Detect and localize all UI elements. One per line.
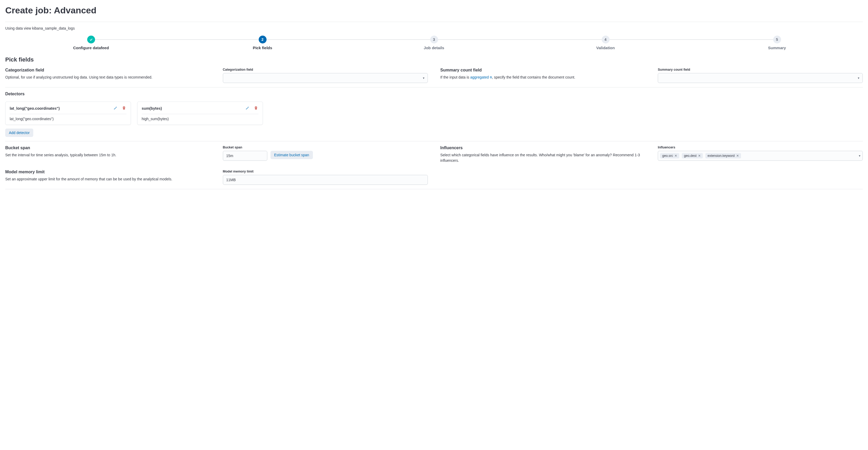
- remove-pill-icon[interactable]: ✕: [736, 154, 739, 158]
- influencers-combobox[interactable]: geo.src ✕ geo.dest ✕ extension.keyword ✕…: [658, 151, 863, 161]
- influencer-pill: extension.keyword ✕: [705, 153, 741, 158]
- delete-detector-button[interactable]: [122, 105, 126, 111]
- bucket-span-input[interactable]: [223, 151, 267, 161]
- influencers-desc: Select which categorical fields have inf…: [440, 152, 645, 163]
- categorization-title: Categorization field: [5, 68, 210, 72]
- step-circle-pending: 5: [773, 36, 781, 43]
- bucket-span-desc: Set the interval for time series analysi…: [5, 152, 210, 158]
- chevron-down-icon: ▾: [859, 154, 860, 158]
- detectors-title: Detectors: [5, 92, 863, 96]
- influencer-pill: geo.src ✕: [660, 153, 679, 158]
- chevron-down-icon: ▾: [423, 76, 425, 80]
- page-title: Create job: Advanced: [5, 5, 863, 15]
- step-label: Pick fields: [177, 45, 348, 50]
- summary-count-desc: If the input data is aggregated ⧉, speci…: [440, 75, 645, 80]
- pill-label: geo.src: [662, 154, 673, 158]
- remove-pill-icon[interactable]: ✕: [675, 154, 677, 158]
- detector-body: high_sum(bytes): [142, 117, 258, 121]
- influencers-title: Influencers: [440, 146, 645, 150]
- summary-count-desc-suffix: , specify the field that contains the do…: [492, 75, 575, 79]
- summary-count-desc-prefix: If the input data is: [440, 75, 470, 79]
- detector-body: lat_long("geo.coordinates"): [10, 117, 126, 121]
- delete-detector-button[interactable]: [253, 105, 258, 111]
- add-detector-button[interactable]: Add detector: [5, 129, 33, 137]
- step-job-details[interactable]: 3 Job details: [348, 36, 520, 50]
- influencers-label: Influencers: [658, 146, 863, 149]
- pill-label: geo.dest: [684, 154, 696, 158]
- detector-title: lat_long("geo.coordinates"): [10, 106, 60, 110]
- model-memory-label: Model memory limit: [223, 170, 428, 173]
- step-validation[interactable]: 4 Validation: [520, 36, 691, 50]
- divider: [5, 87, 863, 88]
- detector-card: lat_long("geo.coordinates") lat_long("ge…: [5, 102, 131, 125]
- detector-title: sum(bytes): [142, 106, 162, 110]
- section-heading: Pick fields: [5, 56, 863, 63]
- step-summary[interactable]: 5 Summary: [691, 36, 863, 50]
- model-memory-desc: Set an approximate upper limit for the a…: [5, 176, 210, 182]
- summary-count-title: Summary count field: [440, 68, 645, 72]
- summary-count-field-label: Summary count field: [658, 68, 863, 71]
- categorization-desc: Optional, for use if analyzing unstructu…: [5, 75, 210, 80]
- external-link-icon: ⧉: [490, 76, 492, 79]
- step-circle-pending: 3: [430, 36, 438, 43]
- edit-detector-button[interactable]: [245, 105, 250, 111]
- categorization-field-select[interactable]: ▾: [223, 73, 428, 83]
- divider: [5, 141, 863, 141]
- step-configure-datafeed[interactable]: Configure datafeed: [5, 36, 177, 50]
- influencer-pill: geo.dest ✕: [682, 153, 703, 158]
- trash-icon: [122, 106, 126, 110]
- bucket-span-label: Bucket span: [223, 146, 428, 149]
- trash-icon: [254, 106, 258, 110]
- bucket-span-title: Bucket span: [5, 146, 210, 150]
- edit-detector-button[interactable]: [113, 105, 118, 111]
- detectors-list: lat_long("geo.coordinates") lat_long("ge…: [5, 102, 863, 125]
- detector-card: sum(bytes) high_sum(bytes): [137, 102, 263, 125]
- step-label: Summary: [691, 45, 863, 50]
- step-circle-pending: 4: [602, 36, 610, 43]
- chevron-down-icon: ▾: [858, 76, 859, 80]
- aggregated-link[interactable]: aggregated ⧉: [470, 75, 492, 79]
- aggregated-link-text: aggregated: [470, 75, 489, 79]
- estimate-bucket-span-button[interactable]: Estimate bucket span: [271, 151, 313, 159]
- categorization-field-label: Categorization field: [223, 68, 428, 71]
- pencil-icon: [245, 106, 249, 110]
- step-circle-completed: [87, 36, 95, 43]
- pill-label: extension.keyword: [708, 154, 735, 158]
- step-label: Validation: [520, 45, 691, 50]
- model-memory-title: Model memory limit: [5, 170, 210, 174]
- remove-pill-icon[interactable]: ✕: [698, 154, 701, 158]
- check-icon: [89, 38, 93, 41]
- data-view-info: Using data view kibana_sample_data_logs: [5, 26, 863, 30]
- summary-count-field-select[interactable]: ▾: [658, 73, 863, 83]
- pencil-icon: [113, 106, 117, 110]
- step-label: Configure datafeed: [5, 45, 177, 50]
- model-memory-input[interactable]: [223, 175, 428, 185]
- wizard-stepper: Configure datafeed 2 Pick fields 3 Job d…: [5, 36, 863, 50]
- step-label: Job details: [348, 45, 520, 50]
- step-circle-current: 2: [259, 36, 267, 43]
- step-pick-fields[interactable]: 2 Pick fields: [177, 36, 348, 50]
- divider: [5, 189, 863, 189]
